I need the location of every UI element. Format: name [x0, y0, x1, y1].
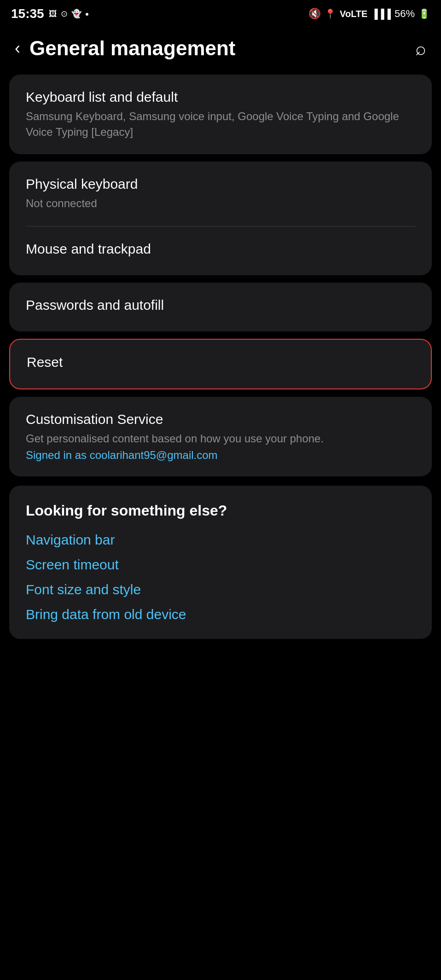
keyboard-list-title: Keyboard list and default — [26, 89, 415, 105]
photo-icon: 🖼 — [49, 9, 57, 19]
reset-title: Reset — [27, 354, 414, 370]
navigation-bar-link[interactable]: Navigation bar — [26, 532, 415, 548]
screen-timeout-link[interactable]: Screen timeout — [26, 557, 415, 573]
physical-keyboard-item[interactable]: Physical keyboard Not connected — [9, 162, 432, 226]
passwords-autofill-item[interactable]: Passwords and autofill — [9, 283, 432, 331]
settings-content: Keyboard list and default Samsung Keyboa… — [0, 75, 441, 639]
reset-item[interactable]: Reset — [9, 339, 432, 389]
snapchat-icon: 👻 — [71, 9, 81, 19]
signal-icon: ▐▐▐ — [371, 9, 391, 19]
search-button[interactable]: ⌕ — [415, 38, 426, 59]
location-icon: 📍 — [325, 8, 336, 19]
customisation-subtitle: Get personalised content based on how yo… — [26, 431, 415, 447]
status-right: 🔇 📍 VoLTE ▐▐▐ 56% 🔋 — [308, 8, 430, 20]
keyboard-list-subtitle: Samsung Keyboard, Samsung voice input, G… — [26, 109, 415, 139]
status-left: 15:35 🖼 ⊙ 👻 ● — [11, 6, 89, 21]
looking-title: Looking for something else? — [26, 502, 415, 519]
page-title: General management — [29, 37, 236, 60]
passwords-autofill-title: Passwords and autofill — [26, 297, 415, 313]
looking-section: Looking for something else? Navigation b… — [9, 486, 432, 639]
status-time: 15:35 — [11, 6, 44, 21]
dot-icon: ● — [85, 10, 89, 17]
bring-data-link[interactable]: Bring data from old device — [26, 607, 415, 622]
mouse-trackpad-title: Mouse and trackpad — [26, 241, 415, 257]
instagram-icon: ⊙ — [61, 9, 68, 19]
keyboard-list-item[interactable]: Keyboard list and default Samsung Keyboa… — [9, 75, 432, 154]
voip-icon: VoLTE — [340, 9, 367, 19]
customisation-email: Signed in as coolarihant95@gmail.com — [26, 449, 415, 462]
physical-keyboard-title: Physical keyboard — [26, 176, 415, 192]
header-left: ‹ General management — [15, 37, 236, 60]
mouse-trackpad-item[interactable]: Mouse and trackpad — [9, 226, 432, 275]
back-button[interactable]: ‹ — [15, 40, 20, 57]
customisation-item[interactable]: Customisation Service Get personalised c… — [9, 397, 432, 477]
mute-icon: 🔇 — [308, 8, 321, 20]
physical-keyboard-subtitle: Not connected — [26, 196, 415, 211]
customisation-title: Customisation Service — [26, 412, 415, 427]
battery-percent: 56% — [395, 8, 415, 20]
status-icons: 🖼 ⊙ 👻 ● — [49, 9, 89, 19]
font-size-style-link[interactable]: Font size and style — [26, 582, 415, 597]
page-header: ‹ General management ⌕ — [0, 26, 441, 75]
status-bar: 15:35 🖼 ⊙ 👻 ● 🔇 📍 VoLTE ▐▐▐ 56% 🔋 — [0, 0, 441, 26]
battery-icon: 🔋 — [418, 8, 430, 19]
keyboard-mouse-group: Physical keyboard Not connected Mouse an… — [9, 162, 432, 275]
